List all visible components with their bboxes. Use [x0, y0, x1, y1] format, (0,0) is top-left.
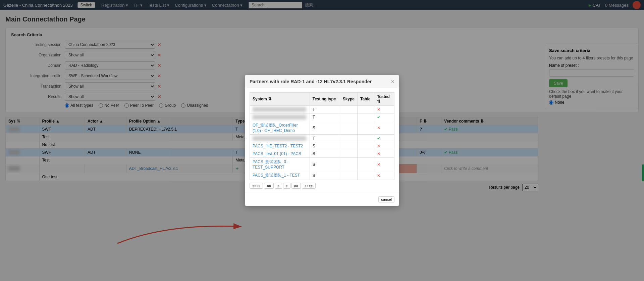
modal-cell-testing-type: T — [310, 106, 340, 113]
modal-cell-table — [358, 121, 374, 135]
modal-cell-testing-type: S — [310, 150, 340, 158]
modal-close-button[interactable]: × — [391, 79, 394, 85]
modal-cell-testing-type: S — [310, 171, 340, 180]
modal-title: Partners with role RAD-1 and -12 HL7v2.3… — [250, 79, 372, 84]
modal-pagination: «««« «« « » »» »»»» — [250, 183, 394, 189]
modal-cell-table — [358, 113, 374, 121]
modal-system-link[interactable]: PACS_测试团队_1 - TEST — [253, 173, 300, 178]
modal-col-skype[interactable]: Skype — [340, 93, 357, 106]
modal-cell-system: PACS_test_01 (01) - PACS — [250, 150, 310, 158]
modal-cell-testing-type: S — [310, 142, 340, 150]
partners-modal: Partners with role RAD-1 and -12 HL7v2.3… — [245, 75, 399, 206]
modal-system-link[interactable]: PACS_IHE_TEST2 - TEST2 — [253, 144, 303, 148]
modal-cell-tested: ✕ — [374, 150, 394, 158]
modal-cell-skype — [340, 135, 357, 142]
modal-cell-system: OF_测试团队_OrderFiller (1.0) - OF_IHEC_Demo — [250, 121, 310, 135]
modal-table-row: OF_测试团队_OrderFiller (1.0) - OF_IHEC_Demo… — [250, 121, 394, 135]
modal-col-table[interactable]: Table — [358, 93, 374, 106]
check-red-icon: ✕ — [377, 144, 380, 148]
modal-cell-system: PACS_IHE_TEST2 - TEST2 — [250, 142, 310, 150]
page-next-many[interactable]: »» — [291, 183, 301, 189]
modal-cell-system: PACS_测试团队_1 - TEST — [250, 171, 310, 180]
modal-cell-skype — [340, 158, 357, 171]
modal-overlay: Partners with role RAD-1 and -12 HL7v2.3… — [0, 0, 644, 270]
modal-cell-skype — [340, 121, 357, 135]
check-green-icon: ✔ — [377, 136, 380, 141]
modal-cell-table — [358, 142, 374, 150]
modal-cancel-button[interactable]: cancel — [378, 196, 394, 202]
modal-cell-system: ████████████████ — [250, 113, 310, 121]
modal-cell-tested: ✔ — [374, 135, 394, 142]
modal-cell-table — [358, 150, 374, 158]
modal-cell-testing-type: T — [310, 135, 340, 142]
modal-cell-table — [358, 171, 374, 180]
modal-table-row: PACS_测试团队_0 - TEST_SUPPORTS✕ — [250, 158, 394, 171]
modal-table-row: ████████████████T✔ — [250, 135, 394, 142]
modal-cell-system: PACS_测试团队_0 - TEST_SUPPORT — [250, 158, 310, 171]
modal-system-link[interactable]: OF_测试团队_OrderFiller (1.0) - OF_IHEC_Demo — [253, 123, 298, 133]
modal-cell-skype — [340, 113, 357, 121]
modal-footer: cancel — [245, 193, 399, 206]
modal-cell-skype — [340, 150, 357, 158]
page-prev[interactable]: « — [275, 183, 282, 189]
modal-cell-table — [358, 135, 374, 142]
modal-header: Partners with role RAD-1 and -12 HL7v2.3… — [245, 75, 399, 88]
modal-system-link[interactable]: PACS_测试团队_0 - TEST_SUPPORT — [253, 159, 288, 170]
modal-cell-testing-type: S — [310, 121, 340, 135]
modal-cell-tested: ✕ — [374, 106, 394, 113]
modal-cell-tested: ✔ — [374, 113, 394, 121]
modal-cell-skype — [340, 171, 357, 180]
modal-cell-testing-type: S — [310, 158, 340, 171]
modal-cell-tested: ✕ — [374, 158, 394, 171]
modal-table-row: PACS_测试团队_1 - TESTS✕ — [250, 171, 394, 180]
modal-table: System ⇅ Testing type Skype Table Tested… — [250, 92, 394, 180]
check-red-icon: ✕ — [377, 173, 380, 178]
page-prev-many[interactable]: «« — [264, 183, 273, 189]
check-red-icon: ✕ — [377, 162, 380, 167]
page-first[interactable]: «««« — [250, 183, 263, 189]
modal-table-row: PACS_test_01 (01) - PACSS✕ — [250, 150, 394, 158]
check-green-icon: ✔ — [377, 115, 380, 120]
modal-cell-tested: ✕ — [374, 171, 394, 180]
modal-col-testing-type[interactable]: Testing type — [310, 93, 340, 106]
check-red-icon: ✕ — [377, 126, 380, 130]
check-red-icon: ✕ — [377, 107, 380, 112]
modal-table-header: System ⇅ Testing type Skype Table Tested… — [250, 93, 394, 106]
modal-col-system[interactable]: System ⇅ — [250, 93, 310, 106]
modal-cell-skype — [340, 142, 357, 150]
page-last[interactable]: »»»» — [302, 183, 315, 189]
modal-table-row: ████████████████T✕ — [250, 106, 394, 113]
modal-cell-tested: ✕ — [374, 142, 394, 150]
modal-cell-table — [358, 106, 374, 113]
modal-table-row: PACS_IHE_TEST2 - TEST2S✕ — [250, 142, 394, 150]
modal-cell-system: ████████████████ — [250, 135, 310, 142]
modal-cell-system: ████████████████ — [250, 106, 310, 113]
modal-system-link[interactable]: PACS_test_01 (01) - PACS — [253, 151, 301, 156]
page-next[interactable]: » — [283, 183, 290, 189]
modal-cell-tested: ✕ — [374, 121, 394, 135]
modal-cell-testing-type: T — [310, 113, 340, 121]
modal-cell-skype — [340, 106, 357, 113]
modal-table-row: ████████████████T✔ — [250, 113, 394, 121]
modal-cell-table — [358, 158, 374, 171]
modal-col-tested[interactable]: Tested ⇅ — [374, 93, 394, 106]
modal-body: System ⇅ Testing type Skype Table Tested… — [245, 88, 399, 193]
check-red-icon: ✕ — [377, 151, 380, 156]
